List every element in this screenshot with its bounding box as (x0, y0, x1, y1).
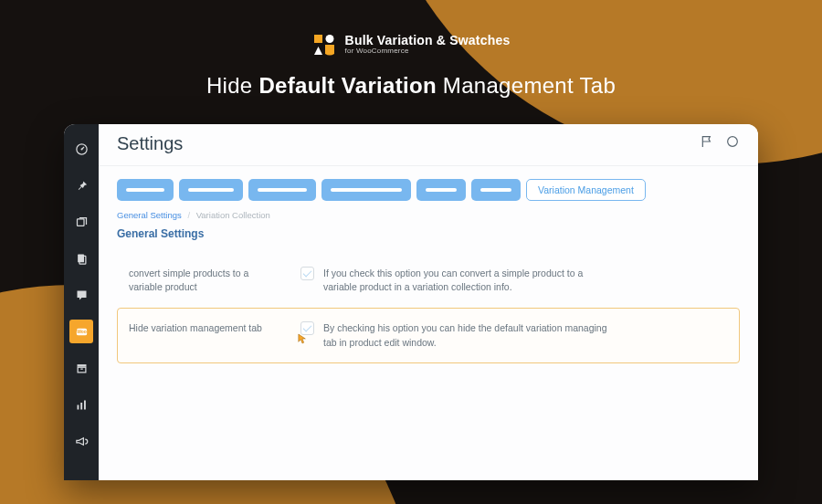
setting-label: convert simple products to a variable pr… (129, 267, 275, 294)
page-title: Settings (117, 133, 183, 154)
svg-rect-12 (80, 368, 83, 369)
checkbox-convert[interactable] (300, 267, 314, 280)
breadcrumb-general[interactable]: General Settings (117, 210, 182, 220)
svg-rect-5 (77, 218, 84, 226)
flag-icon[interactable] (700, 134, 714, 153)
brand-logo: Bulk Variation & Swatches for WooCommerc… (312, 33, 511, 57)
pages-icon[interactable] (69, 247, 93, 270)
checkbox-hide-tab[interactable] (300, 321, 314, 335)
svg-rect-14 (80, 403, 82, 410)
stats-icon[interactable] (69, 393, 93, 416)
svg-text:Woo: Woo (77, 329, 87, 334)
setting-desc: If you check this option you can convert… (323, 267, 616, 294)
dashboard-icon[interactable] (69, 137, 93, 161)
archive-icon[interactable] (69, 356, 93, 380)
brand-subtitle: for WooCommerce (345, 47, 511, 55)
logo-mark-icon (312, 33, 336, 57)
svg-rect-13 (77, 404, 79, 409)
setting-label: Hide variation management tab (129, 321, 275, 335)
woo-icon[interactable]: Woo (69, 320, 93, 343)
svg-point-16 (728, 137, 738, 147)
admin-sidebar: Woo (64, 124, 99, 480)
app-window: Woo Settings (64, 124, 758, 480)
svg-point-1 (325, 35, 333, 43)
circle-icon[interactable] (725, 134, 740, 153)
svg-point-4 (80, 148, 82, 150)
breadcrumb-collection[interactable]: Variation Collection (196, 210, 270, 220)
megaphone-icon[interactable] (69, 429, 93, 453)
pin-icon[interactable] (69, 173, 93, 197)
tab-placeholder-1[interactable] (117, 179, 174, 201)
svg-rect-11 (78, 367, 86, 373)
setting-desc: By checking his option you can hide the … (323, 321, 616, 349)
tab-placeholder-6[interactable] (471, 179, 521, 201)
breadcrumb: General Settings / Variation Collection (117, 210, 740, 220)
tab-placeholder-2[interactable] (179, 179, 243, 201)
section-heading: General Settings (117, 227, 740, 240)
brand-title: Bulk Variation & Swatches (345, 34, 511, 47)
media-icon[interactable] (69, 210, 93, 234)
cursor-icon (298, 333, 307, 344)
tab-variation-management[interactable]: Variation Management (526, 179, 646, 201)
setting-row-convert: convert simple products to a variable pr… (117, 253, 740, 308)
setting-row-hide-tab: Hide variation management tab By checkin… (117, 308, 740, 362)
settings-tabs: Variation Management (117, 179, 740, 201)
svg-marker-2 (314, 47, 322, 55)
svg-rect-10 (77, 364, 86, 367)
svg-rect-0 (314, 35, 322, 43)
comments-icon[interactable] (69, 283, 93, 307)
tab-placeholder-5[interactable] (416, 179, 466, 201)
promo-headline: Hide Default Variation Management Tab (0, 73, 822, 99)
tab-placeholder-4[interactable] (321, 179, 411, 201)
tab-placeholder-3[interactable] (248, 179, 316, 201)
svg-rect-15 (84, 400, 86, 409)
